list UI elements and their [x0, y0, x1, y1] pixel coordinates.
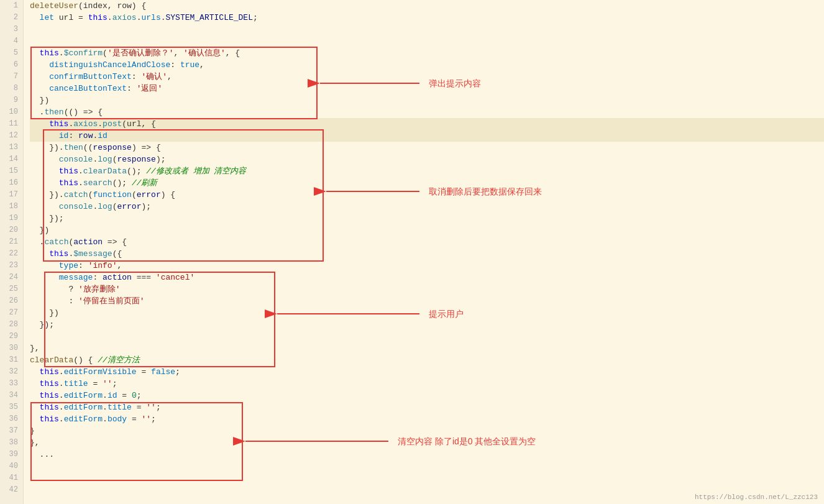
- code-line-29: [30, 331, 824, 342]
- token: '': [142, 413, 152, 425]
- token: ...: [30, 449, 54, 460]
- code-line-2: let url = this.axios.urls.SYSTEM_ARTICLE…: [30, 12, 824, 24]
- token: :: [78, 260, 88, 272]
- token: editForm: [64, 401, 103, 413]
- token: );: [156, 153, 166, 165]
- token: this: [59, 165, 78, 177]
- token: [30, 413, 40, 425]
- token: ({: [112, 248, 122, 260]
- token: .: [68, 248, 73, 260]
- page-container: 1 2 3 4 5 6 7 8 9 10 11 12 13 14 15 16 1…: [0, 0, 824, 504]
- token: true: [180, 59, 199, 71]
- code-line-5: this.$confirm('是否确认删除？', '确认信息', {: [30, 47, 824, 59]
- token: ?: [68, 283, 78, 295]
- token: editForm: [64, 413, 103, 425]
- token: [30, 213, 49, 224]
- token: [30, 189, 49, 201]
- token: action: [103, 272, 132, 283]
- token: editFormVisible: [64, 366, 137, 378]
- code-line-12: id: row.id: [30, 130, 824, 142]
- token: 'cancel': [156, 272, 195, 283]
- token: search: [83, 177, 112, 189]
- token: action: [73, 236, 103, 248]
- code-line-24: message: action === 'cancel': [30, 272, 824, 283]
- token: ,: [117, 260, 122, 272]
- token: body: [108, 413, 127, 425]
- token: this: [40, 390, 59, 401]
- token: this: [40, 366, 59, 378]
- token: editForm: [64, 390, 103, 401]
- token: [30, 130, 59, 142]
- code-line-20: }): [30, 224, 824, 236]
- token: SYSTEM_ARTICLE_DEL: [166, 12, 253, 24]
- token: [30, 106, 40, 118]
- code-line-21: .catch(action => {: [30, 236, 824, 248]
- code-line-27: }): [30, 307, 824, 319]
- token: '': [103, 378, 112, 390]
- token: (: [103, 47, 108, 59]
- token: error: [117, 201, 141, 213]
- token: }): [40, 224, 50, 236]
- token: ;: [151, 413, 156, 425]
- token: =: [127, 413, 141, 425]
- token: .: [137, 12, 142, 24]
- token: row: [78, 130, 93, 142]
- token: .: [103, 390, 108, 401]
- token: =: [132, 401, 146, 413]
- token: ;: [137, 390, 142, 401]
- token: :: [170, 59, 180, 71]
- token: (: [112, 201, 117, 213]
- token: .: [78, 165, 83, 177]
- token: .: [93, 130, 98, 142]
- token: .: [103, 401, 108, 413]
- token: '停留在当前页面': [78, 295, 145, 307]
- code-line-4: [30, 35, 824, 47]
- token: this: [40, 47, 59, 59]
- token: title: [64, 378, 88, 390]
- token: '放弃删除': [78, 283, 121, 295]
- token: ) => {: [132, 142, 161, 153]
- token: false: [151, 366, 175, 378]
- token: , {: [226, 47, 240, 59]
- code-line-3: [30, 24, 824, 35]
- token: .: [93, 153, 98, 165]
- token: ,: [167, 71, 172, 83]
- token: },: [30, 437, 40, 449]
- token: type: [59, 260, 78, 272]
- token: =: [88, 378, 103, 390]
- token: [30, 59, 49, 71]
- token: title: [108, 401, 132, 413]
- token: (: [68, 236, 73, 248]
- token: axios: [73, 118, 98, 130]
- code-line-13: }).then((response) => {: [30, 142, 824, 153]
- token: :: [93, 272, 103, 283]
- token: cancelButtonText: [49, 83, 127, 94]
- code-line-19: });: [30, 213, 824, 224]
- token: .: [59, 378, 64, 390]
- token: },: [30, 342, 40, 354]
- token: .: [40, 236, 45, 248]
- token: .: [59, 47, 64, 59]
- token: ,: [199, 59, 204, 71]
- token: :: [68, 295, 78, 307]
- token: error: [137, 189, 161, 201]
- token: [30, 248, 49, 260]
- code-line-34: this.editForm.id = 0;: [30, 390, 824, 401]
- token: post: [103, 118, 122, 130]
- token: (index, row) {: [78, 0, 146, 12]
- token: this: [88, 12, 108, 24]
- token: :: [127, 83, 137, 94]
- token: .: [78, 177, 83, 189]
- token: => {: [103, 236, 127, 248]
- token: }).: [49, 189, 63, 201]
- token: url =: [54, 12, 88, 24]
- token: [30, 118, 49, 130]
- token: (url, {: [122, 118, 156, 130]
- token: [30, 165, 59, 177]
- token: });: [49, 213, 63, 224]
- token: id: [98, 130, 108, 142]
- token: (: [132, 189, 137, 201]
- token: (() => {: [64, 106, 103, 118]
- code-line-7: confirmButtonText: '确认',: [30, 71, 824, 83]
- token: '返回': [137, 83, 163, 94]
